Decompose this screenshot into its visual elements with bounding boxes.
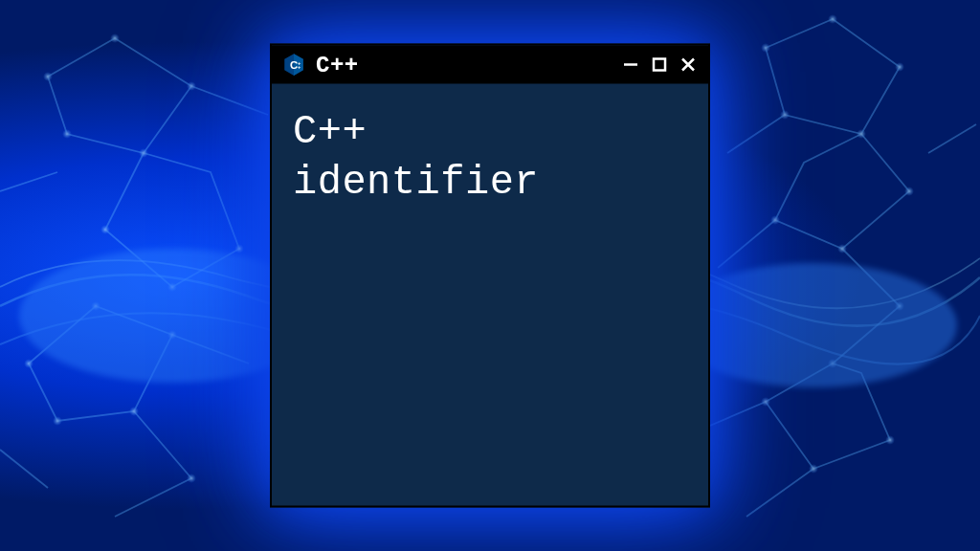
cpp-logo-icon: C + + <box>281 53 306 77</box>
svg-point-17 <box>857 129 866 139</box>
svg-text:C: C <box>290 59 298 71</box>
svg-point-21 <box>770 215 780 225</box>
svg-point-15 <box>828 14 837 24</box>
window-controls <box>620 55 699 76</box>
svg-point-3 <box>139 148 148 158</box>
titlebar: C + + C++ <box>272 46 708 84</box>
svg-point-8 <box>24 359 33 368</box>
svg-point-22 <box>895 301 904 311</box>
minimize-button[interactable] <box>620 55 641 76</box>
svg-rect-35 <box>654 59 665 71</box>
svg-point-2 <box>187 81 196 91</box>
svg-point-12 <box>53 416 62 426</box>
content-line-2: identifier <box>293 157 687 208</box>
window-content: C++ identifier <box>272 84 708 506</box>
svg-point-18 <box>780 110 790 120</box>
svg-point-10 <box>167 330 177 340</box>
svg-point-11 <box>129 407 139 416</box>
window-title: C++ <box>316 52 611 77</box>
svg-point-5 <box>100 225 110 234</box>
svg-point-4 <box>62 129 72 139</box>
svg-point-7 <box>234 244 244 253</box>
svg-point-23 <box>828 359 837 368</box>
svg-point-25 <box>809 464 818 474</box>
svg-point-1 <box>110 33 120 43</box>
app-window: C + + C++ <box>270 44 710 508</box>
svg-point-26 <box>885 435 895 445</box>
close-button[interactable] <box>678 55 699 76</box>
svg-point-0 <box>43 72 53 81</box>
svg-point-14 <box>761 43 770 53</box>
svg-point-13 <box>187 474 196 483</box>
svg-point-24 <box>761 397 770 407</box>
svg-point-20 <box>837 244 847 253</box>
content-line-1: C++ <box>293 107 687 158</box>
svg-point-9 <box>91 301 100 311</box>
svg-point-19 <box>904 187 914 196</box>
svg-point-16 <box>895 62 904 72</box>
svg-point-28 <box>670 263 957 387</box>
maximize-button[interactable] <box>649 55 670 76</box>
svg-point-6 <box>167 282 177 292</box>
